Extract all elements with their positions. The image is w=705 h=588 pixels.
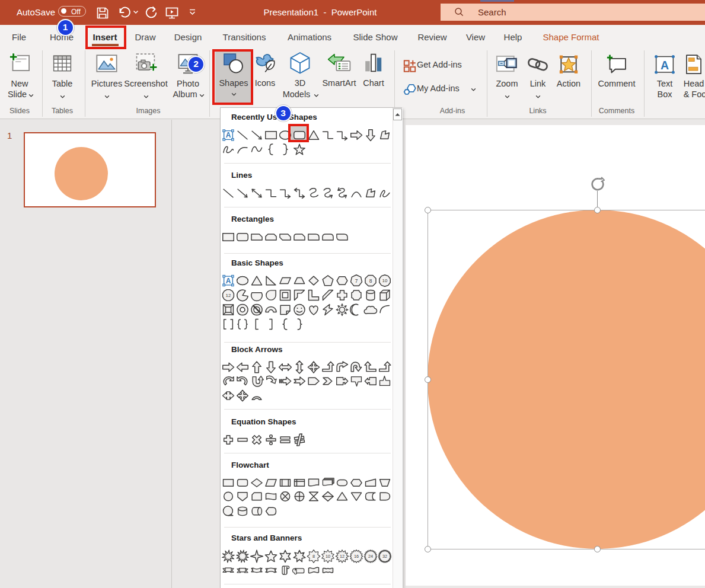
svg-text:A: A xyxy=(661,59,669,72)
svg-text:24: 24 xyxy=(368,554,373,559)
svg-text:12: 12 xyxy=(340,554,344,559)
svg-text:7: 7 xyxy=(355,278,358,284)
svg-text:8: 8 xyxy=(312,554,315,559)
svg-text:A: A xyxy=(226,277,231,285)
svg-text:10: 10 xyxy=(326,554,330,559)
svg-text:A: A xyxy=(226,131,231,139)
svg-text:16: 16 xyxy=(354,554,359,559)
svg-text:32: 32 xyxy=(382,554,387,559)
svg-text:12: 12 xyxy=(226,293,231,298)
svg-text:8: 8 xyxy=(369,278,372,284)
svg-text:10: 10 xyxy=(382,278,388,283)
